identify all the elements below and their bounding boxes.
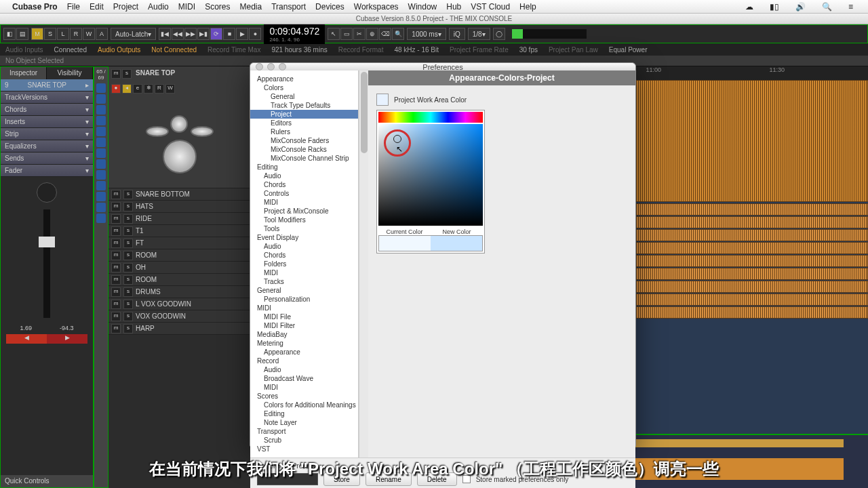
pref-tree-node[interactable]: MediaBay [250,330,358,339]
fader-btn-right[interactable]: ▶ [47,334,87,344]
mute-button[interactable]: M [31,28,43,40]
track-row[interactable]: msHARP [108,323,251,335]
pref-tree-node[interactable]: MIDI [250,383,358,392]
track-solo[interactable]: s [123,324,133,333]
track-solo[interactable]: s [123,287,133,297]
track-e[interactable]: e [133,84,142,94]
menu-file[interactable]: File [67,2,80,12]
store-button[interactable]: Store [323,472,360,486]
tool-erase-icon[interactable]: ⌫ [379,28,391,40]
section-chords[interactable]: Chords▾ [1,104,93,116]
menu-transport[interactable]: Transport [271,2,306,12]
track-row[interactable]: msT1 [108,225,251,237]
section-fader[interactable]: Fader▾ [1,165,93,177]
forward-icon[interactable]: ▶▶ [184,28,197,40]
pref-tree-node[interactable]: Track Type Defaults [250,101,358,110]
store-marked-checkbox[interactable] [462,475,471,483]
section-sends[interactable]: Sends▾ [1,152,93,165]
track-freeze-icon[interactable]: ❄ [144,84,153,94]
track-mute[interactable]: m [111,202,121,211]
section-trackversions[interactable]: TrackVersions▾ [1,92,93,104]
quantize-apply-icon[interactable]: ◯ [493,28,505,40]
pref-tree-node[interactable]: Personalization [250,295,358,304]
cloud-icon[interactable]: ☁ [745,2,753,12]
pref-tree-node[interactable]: Scores [250,392,358,401]
track-mute[interactable]: m [111,287,121,297]
stop-button[interactable]: ■ [223,28,235,40]
pref-tree-node[interactable]: Audio [250,365,358,374]
pref-tree-node[interactable]: Colors [250,83,358,92]
pref-tree-node[interactable]: MixConsole Racks [250,145,358,154]
vis-dot[interactable] [96,214,106,223]
grid-value-select[interactable]: 1000 ms ▾ [407,28,446,40]
track-solo[interactable]: s [123,239,133,248]
pref-tree-node[interactable]: Broadcast Wave [250,374,358,383]
pref-tree-node[interactable]: Metering [250,339,358,348]
pref-tree-node[interactable]: Folders [250,260,358,268]
pref-tree-node[interactable]: MixConsole Faders [250,136,358,145]
tab-inspector[interactable]: Inspector [1,67,47,79]
track-solo[interactable]: s [123,275,133,285]
pref-tree-node[interactable]: Audio [250,242,358,251]
pref-tree-node[interactable]: Chords [250,251,358,260]
pref-tree-node[interactable]: Project [250,110,358,119]
track-row[interactable]: msRIDE [108,213,251,225]
track-solo[interactable]: s [123,202,133,211]
menu-audio[interactable]: Audio [148,2,169,12]
track-row[interactable]: msOH [108,262,251,274]
pref-tree-node[interactable]: MIDI Filter [250,321,358,330]
track-solo[interactable]: s [123,312,133,321]
track-row[interactable]: msL VOX GOODWIN [108,298,251,310]
pref-tree-node[interactable]: MIDI [250,268,358,277]
preferences-tree[interactable]: AppearanceColorsGeneralTrack Type Defaul… [250,70,359,458]
tool-split-icon[interactable]: ✂ [353,28,366,40]
next-marker-icon[interactable]: ▶▮ [197,28,210,40]
pref-tree-node[interactable]: MixConsole Channel Strip [250,154,358,163]
track-row[interactable]: msROOM [108,274,251,286]
track-mute[interactable]: m [111,263,121,272]
track-read[interactable]: R [155,84,164,94]
vis-dot[interactable] [96,105,106,115]
quick-controls-header[interactable]: Quick Controls [1,475,93,487]
read-button[interactable]: R [70,28,82,40]
vis-dot[interactable] [96,94,106,104]
prev-marker-icon[interactable]: ▮◀ [159,28,171,40]
pref-tree-node[interactable]: VST [250,445,358,453]
vis-dot[interactable] [96,203,106,212]
solo-button[interactable]: S [44,28,56,40]
vis-dot[interactable] [96,159,106,169]
volume-icon[interactable]: 🔊 [795,2,806,12]
timecode-display[interactable]: 0:09:04.972 246. 1. 4. 96 [264,24,325,44]
track-rec[interactable]: ● [111,84,121,94]
play-button[interactable]: ▶ [236,28,248,40]
vis-dot[interactable] [96,83,106,93]
menu-devices[interactable]: Devices [315,2,344,12]
pref-tree-node[interactable]: Tracks [250,277,358,286]
pref-tree-node[interactable]: Note Layer [250,418,358,427]
section-strip[interactable]: Strip▾ [1,128,93,140]
track-mute[interactable]: m [111,226,121,236]
pref-tree-node[interactable]: General [250,286,358,295]
track-solo[interactable]: s [123,263,133,272]
track-mute[interactable]: m [111,190,121,199]
track-mute[interactable]: m [111,251,121,260]
pref-tree-node[interactable]: Editing [250,409,358,418]
write-button[interactable]: W [83,28,95,40]
saturation-value-area[interactable]: ↖ [378,124,483,226]
track-mute[interactable]: m [111,300,121,309]
preset-select[interactable] [257,473,318,485]
pref-tree-node[interactable]: Chords [250,180,358,189]
track-row[interactable]: msHATS [108,201,251,213]
vis-dot[interactable] [96,148,106,158]
track-row[interactable]: msFT [108,237,251,249]
picker-handle[interactable] [393,135,401,143]
pref-tree-node[interactable]: MIDI File [250,312,358,321]
quantize-select[interactable]: 1/8 ▾ [468,28,490,40]
pref-tree-node[interactable]: Project & MixConsole [250,207,358,216]
pref-tree-node[interactable]: Record [250,357,358,365]
battery-icon[interactable]: ▮▯ [770,2,779,12]
track-mute[interactable]: m [111,275,121,285]
track-selected[interactable]: m s SNARE TOP ● ◂ e ❄ R W [108,66,251,188]
pref-tree-node[interactable]: Rulers [250,127,358,136]
section-equalizers[interactable]: Equalizers▾ [1,140,93,152]
